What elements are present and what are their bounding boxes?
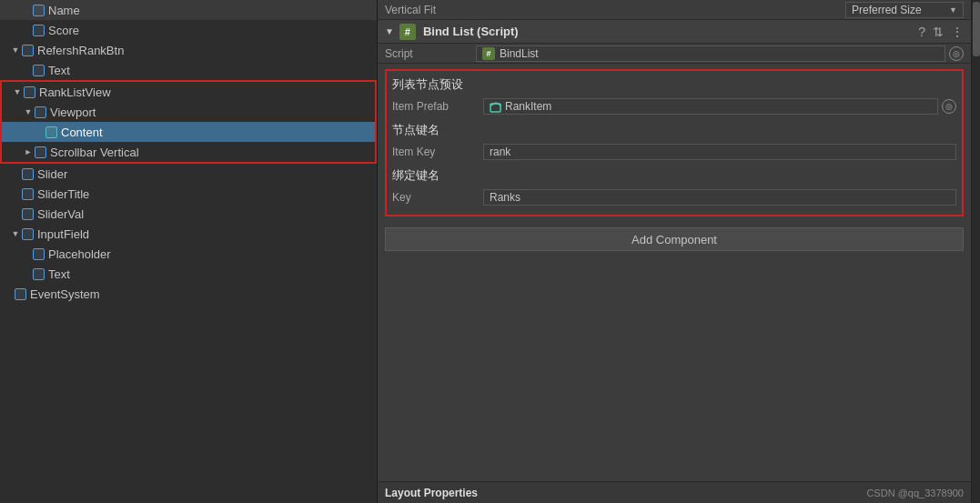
dropdown-arrow-icon: ▼ [949,5,957,15]
bottom-layout-label: Layout Properties [385,487,866,499]
item-key-row: Item Key rank [392,142,956,162]
cube-icon-rankListView [22,85,36,99]
cube-icon-slider [20,166,35,181]
section3-title: 绑定键名 [392,167,956,184]
section1-title: 列表节点预设 [392,76,956,93]
arrow-viewport [24,107,33,116]
add-component-button[interactable]: Add Component [385,227,964,251]
component-header-icons: ? ⇅ ⋮ [918,25,964,39]
tree-item-inputField[interactable]: InputField [0,224,377,244]
key-label: Key [392,191,483,204]
item-prefab-target-button[interactable]: ◎ [942,99,956,114]
tree-label-sliderTitle: SliderTitle [37,187,89,201]
tree-item-viewport[interactable]: Viewport [2,102,375,122]
arrow-rankListView [13,87,22,96]
tree-label-score: Score [48,24,79,37]
cube-icon-score [31,23,45,37]
tree-item-text2[interactable]: Text [0,264,377,284]
item-prefab-row: Item Prefab RankItem ◎ [392,96,956,116]
scrollbar-thumb[interactable] [973,2,980,56]
tree-item-slider[interactable]: Slider [0,164,377,184]
tree-item-scrollbarVertical[interactable]: Scrollbar Vertical [2,142,375,162]
item-key-value: rank [490,146,510,158]
cube-icon-sliderVal [20,206,35,221]
vertical-fit-value: Preferred Size [852,4,922,16]
cube-icon-viewport [33,105,47,119]
right-scrollbar[interactable] [971,0,980,503]
cube-icon-name [31,3,45,17]
tree-label-text2: Text [48,267,70,281]
script-target-button[interactable]: ◎ [949,46,964,61]
tree-item-content[interactable]: Content [2,122,375,142]
section2-title: 节点键名 [392,122,956,138]
cube-icon-text1 [31,63,45,77]
key-field[interactable]: Ranks [483,189,956,206]
cube-icon-placeholder [31,246,45,261]
inspector-panel: Vertical Fit Preferred Size ▼ ▼ # Bind L… [378,0,971,503]
key-value: Ranks [490,191,520,204]
arrow-scrollbarVertical [24,147,33,156]
tree-label-viewport: Viewport [50,106,96,119]
tree-label-rankListView: RankListView [39,86,111,99]
item-key-label: Item Key [392,146,483,158]
prefab-cube-icon [490,101,501,113]
tree-item-refershRankBtn[interactable]: RefershRankBtn [0,40,377,60]
item-prefab-value: RankItem [505,100,551,113]
tree-label-name: Name [48,4,80,17]
cube-icon-text2 [31,267,45,281]
tree-label-sliderVal: SliderVal [37,207,84,221]
tree-item-sliderTitle[interactable]: SliderTitle [0,184,377,204]
vertical-fit-row: Vertical Fit Preferred Size ▼ [378,0,971,20]
bottom-bar: Layout Properties CSDN @qq_3378900 [378,481,971,503]
add-component-label: Add Component [631,233,717,246]
tree-label-refershRankBtn: RefershRankBtn [37,44,124,57]
key-row: Key Ranks [392,187,956,207]
help-icon[interactable]: ? [918,25,925,39]
tree-item-score[interactable]: Score [0,20,377,40]
item-prefab-field[interactable]: RankItem [483,98,938,115]
tree-item-rankListView[interactable]: RankListView [2,82,375,102]
tree-label-inputField: InputField [37,227,89,241]
arrow-refershRankBtn [11,45,20,55]
component-header: ▼ # Bind List (Script) ? ⇅ ⋮ [378,20,971,44]
component-toggle-icon[interactable]: ▼ [385,26,394,36]
cube-icon-refershRankBtn [20,43,35,57]
vertical-fit-label: Vertical Fit [385,4,436,16]
tree-label-placeholder: Placeholder [48,247,111,261]
script-value-field[interactable]: # BindList [476,45,945,62]
tree-label-slider: Slider [37,167,67,181]
settings-icon[interactable]: ⇅ [933,25,944,39]
component-hash-icon: # [399,24,416,40]
component-title: Bind List (Script) [423,25,918,38]
item-key-field[interactable]: rank [483,144,956,160]
tree-label-scrollbarVertical: Scrollbar Vertical [50,146,139,159]
tree-item-text1[interactable]: Text [0,60,377,80]
cube-icon-scrollbarVertical [33,145,47,159]
cube-icon-eventSystem [13,287,27,301]
cube-icon-content [44,125,58,139]
item-prefab-label: Item Prefab [392,100,483,113]
tree-item-placeholder[interactable]: Placeholder [0,244,377,264]
cube-icon-inputField [20,226,35,241]
script-row: Script # BindList ◎ [378,44,971,64]
tree-label-eventSystem: EventSystem [30,287,100,301]
tree-item-sliderVal[interactable]: SliderVal [0,204,377,224]
tree-label-text1: Text [48,64,70,77]
vertical-fit-dropdown[interactable]: Preferred Size ▼ [845,2,964,18]
tree-item-eventSystem[interactable]: EventSystem [0,284,377,304]
bind-section: 列表节点预设 Item Prefab RankItem ◎ 节点键名 [385,69,964,216]
hierarchy-panel: Name Score RefershRankBtn Text [0,0,378,503]
script-value-text: BindList [500,47,539,60]
bottom-credit: CSDN @qq_3378900 [866,488,964,498]
cube-icon-sliderTitle [20,186,35,201]
script-hash-icon: # [482,47,495,60]
script-label: Script [385,47,476,60]
arrow-inputField [11,229,20,238]
tree-item-name[interactable]: Name [0,0,377,20]
more-icon[interactable]: ⋮ [951,25,964,39]
tree-label-content: Content [61,126,103,139]
